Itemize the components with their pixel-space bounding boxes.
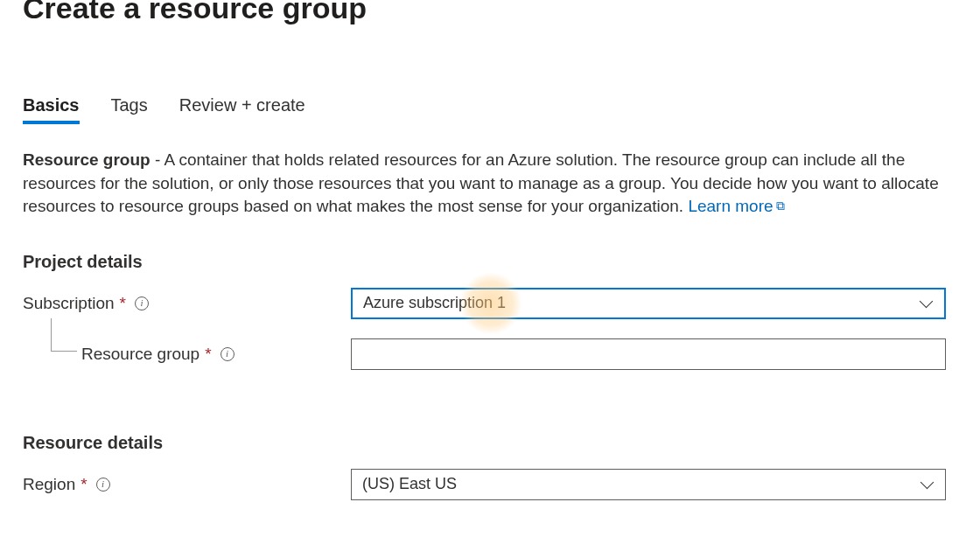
description-body: - A container that holds related resourc… (23, 150, 939, 215)
description-label: Resource group (23, 150, 150, 169)
required-indicator: * (80, 475, 87, 494)
subscription-value: Azure subscription 1 (363, 294, 506, 312)
learn-more-link[interactable]: Learn more⧉ (688, 197, 784, 215)
info-icon[interactable]: i (135, 296, 149, 310)
page-title: Create a resource group (23, 0, 957, 25)
region-value: (US) East US (362, 475, 457, 493)
region-dropdown[interactable]: (US) East US (351, 469, 946, 500)
subscription-dropdown[interactable]: Azure subscription 1 (351, 288, 946, 319)
subscription-row: Subscription * i Azure subscription 1 (23, 288, 957, 319)
region-row: Region * i (US) East US (23, 469, 957, 500)
info-icon[interactable]: i (96, 478, 110, 492)
resource-details-heading: Resource details (23, 433, 957, 453)
description-text: Resource group - A container that holds … (23, 149, 942, 219)
chevron-down-icon (920, 299, 934, 308)
tab-basics[interactable]: Basics (23, 95, 80, 124)
tab-review-create[interactable]: Review + create (179, 95, 305, 124)
resource-group-label: Resource group * i (23, 345, 351, 364)
chevron-down-icon (920, 480, 934, 489)
resource-group-input[interactable] (351, 338, 946, 370)
info-icon[interactable]: i (220, 347, 234, 361)
resource-group-row: Resource group * i (23, 338, 957, 370)
required-indicator: * (205, 345, 211, 364)
region-label: Region * i (23, 475, 351, 494)
tab-tags[interactable]: Tags (111, 95, 148, 124)
tabs-bar: Basics Tags Review + create (23, 95, 957, 124)
project-details-heading: Project details (23, 252, 957, 272)
tree-connector-icon (51, 318, 77, 352)
external-link-icon: ⧉ (776, 198, 785, 215)
subscription-label: Subscription * i (23, 294, 351, 313)
required-indicator: * (120, 294, 126, 313)
